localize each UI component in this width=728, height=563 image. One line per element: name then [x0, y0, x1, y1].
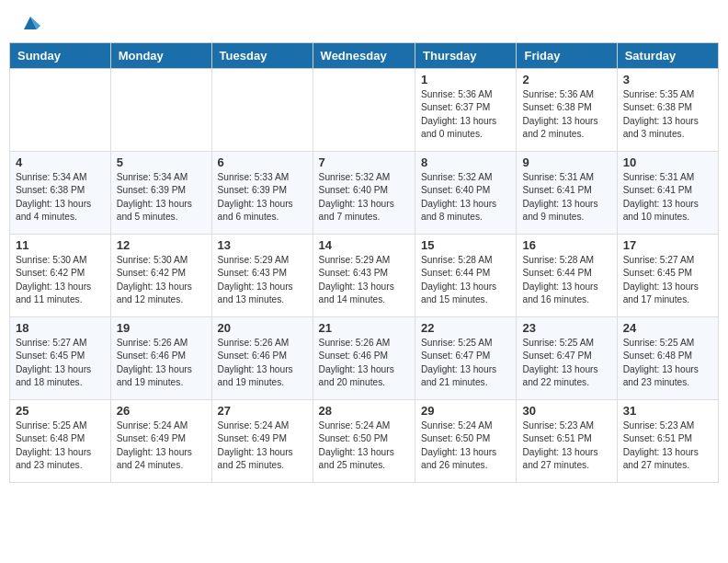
- day-info: Sunrise: 5:30 AM Sunset: 6:42 PM Dayligh…: [16, 254, 105, 306]
- day-number: 26: [117, 404, 206, 418]
- calendar-day-header: Wednesday: [313, 43, 415, 69]
- calendar-day-cell: 22Sunrise: 5:25 AM Sunset: 6:47 PM Dayli…: [415, 317, 517, 400]
- day-info: Sunrise: 5:34 AM Sunset: 6:39 PM Dayligh…: [117, 171, 206, 224]
- day-info: Sunrise: 5:31 AM Sunset: 6:41 PM Dayligh…: [522, 171, 610, 224]
- day-number: 29: [421, 404, 510, 418]
- day-number: 27: [218, 404, 307, 418]
- day-info: Sunrise: 5:31 AM Sunset: 6:41 PM Dayligh…: [623, 171, 712, 224]
- calendar-week-row: 4Sunrise: 5:34 AM Sunset: 6:38 PM Daylig…: [10, 152, 719, 235]
- day-info: Sunrise: 5:25 AM Sunset: 6:47 PM Dayligh…: [522, 337, 610, 389]
- day-info: Sunrise: 5:33 AM Sunset: 6:39 PM Dayligh…: [218, 171, 307, 224]
- calendar-day-cell: 30Sunrise: 5:23 AM Sunset: 6:51 PM Dayli…: [517, 400, 617, 483]
- calendar-week-row: 18Sunrise: 5:27 AM Sunset: 6:45 PM Dayli…: [10, 317, 719, 400]
- calendar-day-cell: 23Sunrise: 5:25 AM Sunset: 6:47 PM Dayli…: [517, 317, 617, 400]
- day-info: Sunrise: 5:27 AM Sunset: 6:45 PM Dayligh…: [623, 254, 712, 306]
- calendar-week-row: 11Sunrise: 5:30 AM Sunset: 6:42 PM Dayli…: [10, 235, 719, 317]
- calendar-day-cell: 7Sunrise: 5:32 AM Sunset: 6:40 PM Daylig…: [313, 152, 415, 235]
- calendar-day-header: Saturday: [617, 43, 718, 69]
- day-info: Sunrise: 5:24 AM Sunset: 6:49 PM Dayligh…: [218, 419, 307, 472]
- calendar-day-cell: [211, 69, 313, 152]
- day-number: 22: [421, 321, 510, 335]
- day-number: 12: [117, 238, 206, 252]
- day-number: 24: [623, 321, 712, 335]
- day-number: 4: [16, 155, 105, 169]
- day-number: 30: [522, 404, 610, 418]
- day-number: 8: [421, 155, 510, 169]
- day-number: 19: [117, 321, 206, 335]
- day-number: 28: [319, 404, 409, 418]
- day-number: 1: [421, 73, 510, 86]
- day-number: 7: [319, 155, 409, 169]
- calendar-day-cell: 27Sunrise: 5:24 AM Sunset: 6:49 PM Dayli…: [211, 400, 313, 483]
- calendar-day-cell: 20Sunrise: 5:26 AM Sunset: 6:46 PM Dayli…: [211, 317, 313, 400]
- calendar-day-cell: 2Sunrise: 5:36 AM Sunset: 6:38 PM Daylig…: [517, 69, 617, 152]
- day-number: 20: [218, 321, 307, 335]
- calendar-day-cell: 17Sunrise: 5:27 AM Sunset: 6:45 PM Dayli…: [617, 235, 718, 317]
- calendar-container: SundayMondayTuesdayWednesdayThursdayFrid…: [0, 42, 728, 492]
- calendar-day-cell: 21Sunrise: 5:26 AM Sunset: 6:46 PM Dayli…: [313, 317, 415, 400]
- day-info: Sunrise: 5:36 AM Sunset: 6:37 PM Dayligh…: [421, 88, 510, 141]
- calendar-day-header: Sunday: [10, 43, 111, 69]
- day-number: 5: [117, 155, 206, 169]
- calendar-day-cell: 6Sunrise: 5:33 AM Sunset: 6:39 PM Daylig…: [211, 152, 313, 235]
- calendar-table: SundayMondayTuesdayWednesdayThursdayFrid…: [9, 42, 719, 483]
- day-number: 23: [522, 321, 610, 335]
- day-number: 11: [16, 238, 105, 252]
- day-info: Sunrise: 5:26 AM Sunset: 6:46 PM Dayligh…: [117, 337, 206, 389]
- calendar-week-row: 25Sunrise: 5:25 AM Sunset: 6:48 PM Dayli…: [10, 400, 719, 483]
- day-number: 25: [16, 404, 105, 418]
- calendar-day-cell: 12Sunrise: 5:30 AM Sunset: 6:42 PM Dayli…: [110, 235, 211, 317]
- day-number: 10: [623, 155, 712, 169]
- calendar-day-cell: 25Sunrise: 5:25 AM Sunset: 6:48 PM Dayli…: [10, 400, 111, 483]
- day-info: Sunrise: 5:34 AM Sunset: 6:38 PM Dayligh…: [16, 171, 105, 224]
- day-info: Sunrise: 5:24 AM Sunset: 6:49 PM Dayligh…: [117, 419, 206, 472]
- day-info: Sunrise: 5:36 AM Sunset: 6:38 PM Dayligh…: [522, 88, 610, 141]
- calendar-day-cell: 26Sunrise: 5:24 AM Sunset: 6:49 PM Dayli…: [110, 400, 211, 483]
- calendar-day-cell: 3Sunrise: 5:35 AM Sunset: 6:38 PM Daylig…: [617, 69, 718, 152]
- calendar-day-cell: [10, 69, 111, 152]
- day-number: 21: [319, 321, 409, 335]
- calendar-day-cell: 24Sunrise: 5:25 AM Sunset: 6:48 PM Dayli…: [617, 317, 718, 400]
- day-info: Sunrise: 5:26 AM Sunset: 6:46 PM Dayligh…: [319, 337, 409, 389]
- day-info: Sunrise: 5:28 AM Sunset: 6:44 PM Dayligh…: [421, 254, 510, 306]
- calendar-day-cell: 16Sunrise: 5:28 AM Sunset: 6:44 PM Dayli…: [517, 235, 617, 317]
- day-info: Sunrise: 5:24 AM Sunset: 6:50 PM Dayligh…: [319, 419, 409, 472]
- day-number: 6: [218, 155, 307, 169]
- calendar-day-cell: 18Sunrise: 5:27 AM Sunset: 6:45 PM Dayli…: [10, 317, 111, 400]
- day-number: 14: [319, 238, 409, 252]
- calendar-day-cell: 19Sunrise: 5:26 AM Sunset: 6:46 PM Dayli…: [110, 317, 211, 400]
- calendar-day-header: Friday: [517, 43, 617, 69]
- calendar-day-cell: 15Sunrise: 5:28 AM Sunset: 6:44 PM Dayli…: [415, 235, 517, 317]
- page-header: [0, 0, 728, 42]
- day-number: 31: [623, 404, 712, 418]
- calendar-day-header: Monday: [110, 43, 211, 69]
- day-info: Sunrise: 5:25 AM Sunset: 6:48 PM Dayligh…: [623, 337, 712, 389]
- calendar-day-cell: 9Sunrise: 5:31 AM Sunset: 6:41 PM Daylig…: [517, 152, 617, 235]
- calendar-day-cell: 8Sunrise: 5:32 AM Sunset: 6:40 PM Daylig…: [415, 152, 517, 235]
- day-info: Sunrise: 5:23 AM Sunset: 6:51 PM Dayligh…: [623, 419, 712, 472]
- calendar-day-cell: 4Sunrise: 5:34 AM Sunset: 6:38 PM Daylig…: [10, 152, 111, 235]
- day-info: Sunrise: 5:32 AM Sunset: 6:40 PM Dayligh…: [319, 171, 409, 224]
- calendar-day-cell: 5Sunrise: 5:34 AM Sunset: 6:39 PM Daylig…: [110, 152, 211, 235]
- day-number: 17: [623, 238, 712, 252]
- day-number: 3: [623, 73, 712, 86]
- calendar-week-row: 1Sunrise: 5:36 AM Sunset: 6:37 PM Daylig…: [10, 69, 719, 152]
- day-info: Sunrise: 5:29 AM Sunset: 6:43 PM Dayligh…: [218, 254, 307, 306]
- day-number: 18: [16, 321, 105, 335]
- day-info: Sunrise: 5:29 AM Sunset: 6:43 PM Dayligh…: [319, 254, 409, 306]
- day-number: 13: [218, 238, 307, 252]
- day-info: Sunrise: 5:25 AM Sunset: 6:48 PM Dayligh…: [16, 419, 105, 472]
- day-info: Sunrise: 5:25 AM Sunset: 6:47 PM Dayligh…: [421, 337, 510, 389]
- calendar-day-cell: [110, 69, 211, 152]
- calendar-day-cell: 13Sunrise: 5:29 AM Sunset: 6:43 PM Dayli…: [211, 235, 313, 317]
- day-number: 15: [421, 238, 510, 252]
- calendar-day-cell: 28Sunrise: 5:24 AM Sunset: 6:50 PM Dayli…: [313, 400, 415, 483]
- day-number: 16: [522, 238, 610, 252]
- day-number: 2: [522, 73, 610, 86]
- calendar-day-header: Thursday: [415, 43, 517, 69]
- day-number: 9: [522, 155, 610, 169]
- logo-triangle-icon: [20, 13, 40, 29]
- day-info: Sunrise: 5:30 AM Sunset: 6:42 PM Dayligh…: [117, 254, 206, 306]
- calendar-day-cell: 29Sunrise: 5:24 AM Sunset: 6:50 PM Dayli…: [415, 400, 517, 483]
- day-info: Sunrise: 5:24 AM Sunset: 6:50 PM Dayligh…: [421, 419, 510, 472]
